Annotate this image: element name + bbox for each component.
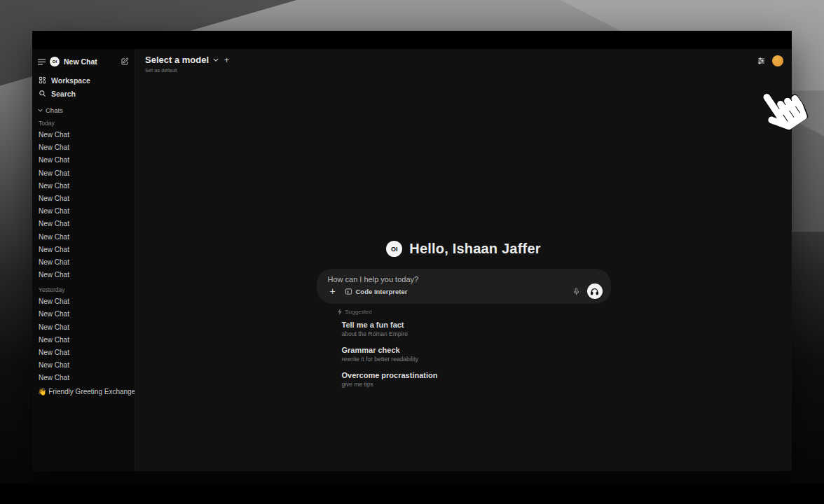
code-interpreter-toggle[interactable]: Code Interpreter — [345, 288, 408, 295]
chat-item[interactable]: New Chat — [38, 154, 129, 167]
model-selector-label: Select a model — [145, 55, 209, 65]
chevron-down-icon — [213, 58, 219, 62]
main-area: Select a model + Set as default — [135, 49, 792, 471]
user-avatar[interactable] — [772, 55, 783, 66]
sidebar-item-workspace[interactable]: Workspace — [38, 74, 129, 87]
chat-item-friendly-greeting[interactable]: 👋 Friendly Greeting Exchange — [38, 386, 129, 398]
microphone-icon[interactable] — [572, 287, 580, 296]
suggestion-fun-fact[interactable]: Tell me a fun fact about the Roman Empir… — [338, 321, 611, 337]
sidebar-item-search[interactable]: Search — [38, 87, 129, 100]
search-label: Search — [51, 90, 76, 98]
app-window: OI New Chat Workspace Search — [32, 31, 792, 471]
search-icon — [39, 90, 46, 97]
controls-sliders-icon[interactable] — [757, 57, 766, 65]
suggestion-subtitle: give me tips — [342, 381, 611, 388]
chat-item[interactable]: New Chat — [38, 167, 129, 180]
chevron-down-icon — [38, 108, 43, 112]
chat-item[interactable]: New Chat — [38, 205, 129, 218]
suggestion-subtitle: about the Roman Empire — [342, 330, 611, 337]
workspace-label: Workspace — [51, 76, 90, 85]
suggested-label: Suggested — [345, 309, 372, 315]
message-input[interactable] — [328, 275, 603, 284]
chat-item[interactable]: New Chat — [38, 308, 129, 321]
chat-item[interactable]: New Chat — [38, 256, 129, 269]
suggestion-grammar-check[interactable]: Grammar check rewrite it for better read… — [338, 346, 611, 363]
chat-item[interactable]: New Chat — [38, 321, 129, 334]
chats-section-header[interactable]: Chats — [38, 104, 129, 115]
chat-item[interactable]: New Chat — [38, 218, 129, 230]
date-label-yesterday: Yesterday — [39, 286, 129, 293]
chat-item[interactable]: New Chat — [38, 141, 129, 154]
desktop-bottom-bar — [0, 484, 824, 504]
workspace-icon — [39, 76, 46, 84]
chat-item[interactable]: New Chat — [38, 334, 129, 346]
suggestion-subtitle: rewrite it for better readability — [342, 356, 611, 363]
chat-item[interactable]: New Chat — [38, 359, 129, 372]
new-chat-title[interactable]: New Chat — [64, 57, 116, 66]
chat-item[interactable]: New Chat — [38, 244, 129, 256]
attach-plus-button[interactable]: + — [328, 287, 338, 295]
chat-item[interactable]: New Chat — [38, 295, 129, 308]
chat-item[interactable]: New Chat — [38, 129, 129, 141]
greeting-title: Hello, Ishaan Jaffer — [409, 241, 540, 257]
chat-item[interactable]: New Chat — [38, 192, 129, 205]
chat-item[interactable]: New Chat — [38, 180, 129, 192]
message-composer[interactable]: + Code Interpreter — [317, 269, 611, 304]
window-titlebar — [32, 31, 792, 49]
chat-item[interactable]: New Chat — [38, 346, 129, 359]
add-model-button[interactable]: + — [224, 55, 229, 65]
openwebui-logo-icon: OI — [386, 241, 402, 257]
model-selector[interactable]: Select a model + — [145, 55, 229, 65]
terminal-icon — [345, 288, 352, 295]
chat-item[interactable]: New Chat — [38, 231, 129, 244]
suggestion-title: Grammar check — [342, 346, 611, 354]
suggested-section: Suggested Tell me a fun fact about the R… — [317, 309, 611, 388]
new-chat-icon[interactable] — [121, 57, 129, 66]
chat-list-yesterday: New ChatNew ChatNew ChatNew ChatNew Chat… — [38, 295, 129, 384]
voice-call-button[interactable] — [587, 284, 603, 299]
chats-label: Chats — [46, 106, 63, 114]
set-as-default-button[interactable]: Set as default — [145, 67, 229, 74]
chat-item[interactable]: New Chat — [38, 372, 129, 384]
date-label-today: Today — [39, 120, 129, 127]
code-interpreter-label: Code Interpreter — [356, 288, 408, 295]
sidebar: OI New Chat Workspace Search — [32, 49, 135, 471]
suggestion-title: Tell me a fun fact — [342, 321, 611, 329]
brand-logo-icon: OI — [50, 57, 60, 66]
bolt-icon — [338, 309, 343, 315]
sidebar-toggle-icon[interactable] — [38, 59, 46, 65]
chat-list-today: New ChatNew ChatNew ChatNew ChatNew Chat… — [38, 129, 129, 281]
suggestion-procrastination[interactable]: Overcome procrastination give me tips — [338, 371, 611, 388]
chat-item[interactable]: New Chat — [38, 269, 129, 281]
suggestion-title: Overcome procrastination — [342, 371, 611, 379]
